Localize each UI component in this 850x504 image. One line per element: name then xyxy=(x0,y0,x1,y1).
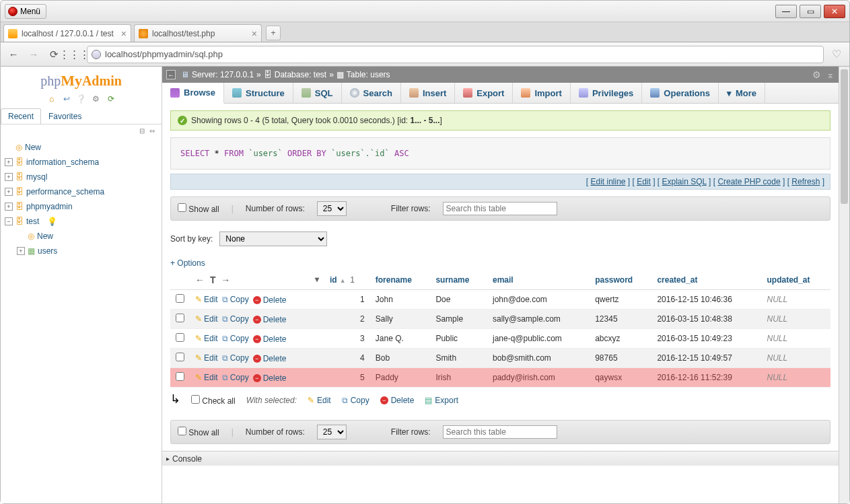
tab-export[interactable]: Export xyxy=(455,83,513,103)
col-password[interactable]: password xyxy=(590,271,651,290)
logout-icon[interactable]: ↩ xyxy=(61,94,72,104)
tree-table-item[interactable]: +▦users xyxy=(5,244,156,258)
tree-db-item[interactable]: +🗄information_schema xyxy=(5,155,156,170)
row-edit-button[interactable]: ✎Edit xyxy=(195,314,218,324)
tab-close-icon[interactable]: × xyxy=(121,28,127,39)
link-refresh[interactable]: Refresh xyxy=(791,177,820,186)
tab-close-icon[interactable]: × xyxy=(252,28,257,39)
opera-menu-button[interactable]: Menü xyxy=(5,4,46,19)
scrollbar-thumb[interactable] xyxy=(841,69,848,204)
nrows-select[interactable]: 25 xyxy=(317,425,347,439)
row-edit-button[interactable]: ✎Edit xyxy=(195,373,218,382)
filter-input[interactable] xyxy=(443,202,557,215)
nav-tools[interactable]: ⊟ ⇔ xyxy=(1,124,162,137)
tab-structure[interactable]: Structure xyxy=(224,83,293,103)
collapse-top-icon[interactable]: ⌅ xyxy=(826,69,835,80)
tab-insert[interactable]: Insert xyxy=(401,83,455,103)
page-settings-icon[interactable]: ⚙ xyxy=(812,69,821,80)
row-checkbox[interactable] xyxy=(176,372,184,381)
reload-nav-icon[interactable]: ⟳ xyxy=(106,94,116,104)
table-row[interactable]: ✎Edit⧉Copy−Delete4BobSmithbob@smith.com9… xyxy=(170,349,830,368)
docs-icon[interactable]: ❔ xyxy=(76,94,87,104)
row-action-tools[interactable]: ← T → xyxy=(195,275,232,285)
new-tab-button[interactable]: + xyxy=(266,26,281,40)
tree-new-table[interactable]: ◎New xyxy=(5,229,156,244)
bookmark-heart-button[interactable]: ♡ xyxy=(829,47,844,62)
console-bar[interactable]: ▸ Console xyxy=(162,451,839,466)
col-email[interactable]: email xyxy=(487,271,590,290)
col-id[interactable]: id▲ 1 xyxy=(324,271,370,290)
tree-db-item[interactable]: +🗄phpmyadmin xyxy=(5,199,156,214)
tab-sql[interactable]: SQL xyxy=(293,83,342,103)
back-button[interactable]: ← xyxy=(6,47,21,62)
sidebar-tab-favorites[interactable]: Favorites xyxy=(41,108,89,124)
speed-dial-button[interactable]: ⋮⋮⋮ xyxy=(67,47,81,62)
col-updated-at[interactable]: updated_at xyxy=(762,271,830,290)
tree-db-item[interactable]: +🗄performance_schema xyxy=(5,184,156,199)
row-delete-button[interactable]: −Delete xyxy=(253,354,287,363)
console-toggle-icon[interactable]: ▸ xyxy=(166,455,170,462)
sidebar-tab-recent[interactable]: Recent xyxy=(1,108,41,124)
col-created-at[interactable]: created_at xyxy=(651,271,761,290)
link-explain-sql[interactable]: Explain SQL xyxy=(662,177,707,186)
browser-tab[interactable]: localhost / 127.0.0.1 / test × xyxy=(3,24,131,42)
row-checkbox[interactable] xyxy=(176,353,184,361)
tab-import[interactable]: Import xyxy=(513,83,570,103)
expand-icon[interactable]: + xyxy=(5,173,13,181)
row-edit-button[interactable]: ✎Edit xyxy=(195,353,218,363)
show-all-checkbox[interactable]: Show all xyxy=(178,203,219,214)
vertical-scrollbar[interactable] xyxy=(839,67,849,503)
row-edit-button[interactable]: ✎Edit xyxy=(195,295,218,304)
bulk-copy-button[interactable]: ⧉Copy xyxy=(342,396,369,405)
bulk-export-button[interactable]: ▤Export xyxy=(425,396,458,405)
table-row[interactable]: ✎Edit⧉Copy−Delete5PaddyIrishpaddy@irish.… xyxy=(170,368,830,388)
nrows-select[interactable]: 25 xyxy=(317,201,347,216)
bulk-delete-button[interactable]: −Delete xyxy=(380,396,415,405)
tree-new-db[interactable]: ◎New xyxy=(5,140,156,155)
table-row[interactable]: ✎Edit⧉Copy−Delete1JohnDoejohn@doe.comqwe… xyxy=(170,290,830,310)
expand-icon[interactable]: + xyxy=(5,188,13,196)
bulk-edit-button[interactable]: ✎Edit xyxy=(308,396,331,405)
breadcrumb-database[interactable]: Database: test xyxy=(275,70,326,79)
row-copy-button[interactable]: ⧉Copy xyxy=(222,334,249,343)
row-edit-button[interactable]: ✎Edit xyxy=(195,334,218,343)
row-delete-button[interactable]: −Delete xyxy=(253,334,287,344)
tree-db-item[interactable]: −🗄test 💡 xyxy=(5,214,156,229)
row-delete-button[interactable]: −Delete xyxy=(253,295,287,305)
options-toggle[interactable]: + Options xyxy=(170,258,830,268)
row-copy-button[interactable]: ⧉Copy xyxy=(222,295,249,304)
tree-db-item[interactable]: +🗄mysql xyxy=(5,170,156,184)
link-create-php[interactable]: Create PHP code xyxy=(717,177,780,186)
sort-indicator-icon[interactable]: ▾ xyxy=(315,275,319,284)
collapse-icon[interactable]: − xyxy=(5,217,13,225)
address-bar[interactable] xyxy=(87,46,824,63)
row-checkbox[interactable] xyxy=(176,314,184,322)
tab-operations[interactable]: Operations xyxy=(642,83,719,103)
row-delete-button[interactable]: −Delete xyxy=(253,315,287,324)
window-close-button[interactable]: ✕ xyxy=(824,5,845,18)
settings-icon[interactable]: ⚙ xyxy=(91,94,102,104)
col-surname[interactable]: surname xyxy=(430,271,487,290)
table-row[interactable]: ✎Edit⧉Copy−Delete2SallySamplesally@sampl… xyxy=(170,310,830,329)
show-all-checkbox[interactable]: Show all xyxy=(178,427,219,437)
table-row[interactable]: ✎Edit⧉Copy−Delete3Jane Q.Publicjane-q@pu… xyxy=(170,329,830,349)
address-input[interactable] xyxy=(105,49,819,59)
row-checkbox[interactable] xyxy=(176,294,184,303)
link-edit[interactable]: Edit xyxy=(637,177,651,186)
tab-search[interactable]: Search xyxy=(342,83,401,103)
col-forename[interactable]: forename xyxy=(370,271,431,290)
tab-more[interactable]: ▾More xyxy=(719,83,765,103)
tab-privileges[interactable]: Privileges xyxy=(571,83,642,103)
forward-button[interactable]: → xyxy=(26,47,41,62)
window-minimize-button[interactable]: — xyxy=(775,5,797,18)
home-icon[interactable]: ⌂ xyxy=(46,94,57,104)
filter-input[interactable] xyxy=(443,425,557,439)
expand-icon[interactable]: + xyxy=(17,247,25,255)
row-delete-button[interactable]: −Delete xyxy=(253,373,287,383)
sortkey-select[interactable]: None xyxy=(219,231,327,246)
tab-browse[interactable]: Browse xyxy=(162,83,224,104)
window-maximize-button[interactable]: ▭ xyxy=(800,5,821,18)
expand-icon[interactable]: + xyxy=(5,203,13,211)
link-edit-inline[interactable]: Edit inline xyxy=(590,177,625,186)
expand-icon[interactable]: + xyxy=(5,158,13,166)
